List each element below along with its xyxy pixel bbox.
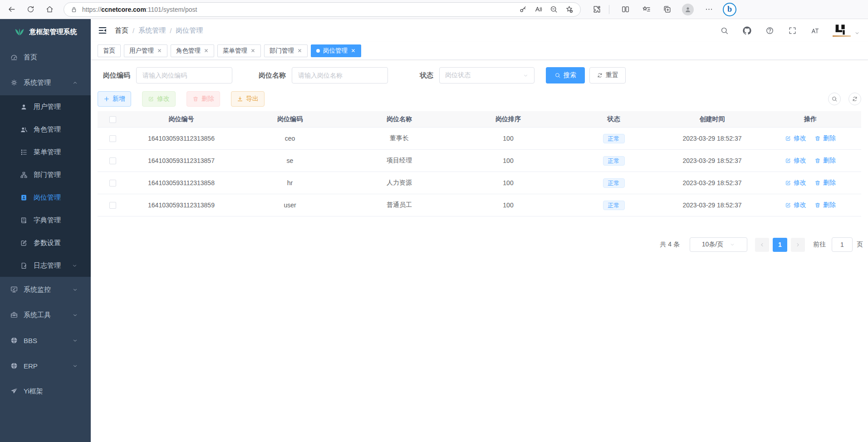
main-area: 首页 / 系统管理 / 岗位管理 bbox=[91, 19, 868, 442]
favorites-list-icon[interactable] bbox=[638, 2, 654, 17]
browser-home-button[interactable] bbox=[42, 2, 57, 17]
read-aloud-icon[interactable] bbox=[531, 2, 545, 17]
sidebar-item-logs[interactable]: 日志管理 bbox=[0, 254, 91, 277]
close-icon[interactable] bbox=[297, 48, 302, 53]
split-screen-icon[interactable] bbox=[618, 2, 633, 17]
sidebar-collapse-icon[interactable] bbox=[98, 25, 108, 35]
edit-link[interactable]: 修改 bbox=[785, 157, 806, 165]
sidebar-item-system[interactable]: 系统管理 bbox=[0, 70, 91, 95]
sidebar-item-dictionary[interactable]: 字典管理 bbox=[0, 209, 91, 231]
app-logo[interactable]: 意框架管理系统 bbox=[0, 19, 91, 44]
show-search-toggle-button[interactable] bbox=[828, 93, 841, 105]
toolbox-icon bbox=[10, 311, 18, 319]
previous-page-button[interactable] bbox=[755, 238, 769, 252]
tab-home[interactable]: 首页 bbox=[98, 44, 121, 57]
sidebar-item-erp[interactable]: ERP bbox=[0, 353, 91, 378]
sidebar-item-monitoring[interactable]: 系统监控 bbox=[0, 277, 91, 302]
column-header-post-sort: 岗位排序 bbox=[454, 115, 563, 123]
sidebar-item-departments[interactable]: 部门管理 bbox=[0, 163, 91, 186]
sidebar-item-home[interactable]: 首页 bbox=[0, 44, 91, 70]
status-select[interactable]: 岗位状态 bbox=[439, 67, 535, 83]
bing-chat-icon[interactable]: b bbox=[722, 2, 737, 17]
delete-link[interactable]: 删除 bbox=[814, 179, 836, 187]
row-checkbox[interactable] bbox=[109, 135, 116, 142]
address-bar[interactable]: https://ccnetcore.com:1101/system/post bbox=[64, 2, 581, 17]
sidebar-item-bbs[interactable]: BBS bbox=[0, 328, 91, 353]
fullscreen-icon[interactable] bbox=[785, 23, 800, 38]
goto-page-input[interactable] bbox=[832, 237, 853, 252]
zoom-out-icon[interactable] bbox=[547, 2, 560, 17]
password-key-icon[interactable] bbox=[516, 2, 530, 17]
add-favorite-star-icon[interactable] bbox=[562, 2, 576, 17]
tab-users[interactable]: 用户管理 bbox=[124, 44, 167, 57]
sidebar-item-roles[interactable]: 角色管理 bbox=[0, 118, 91, 141]
close-icon[interactable] bbox=[157, 48, 162, 53]
tab-posts-active[interactable]: 岗位管理 bbox=[311, 44, 361, 57]
browser-profile-avatar[interactable] bbox=[680, 2, 696, 17]
tab-menus[interactable]: 菜单管理 bbox=[217, 44, 261, 57]
github-icon[interactable] bbox=[739, 23, 755, 38]
delete-button-label: 删除 bbox=[201, 95, 214, 103]
system-submenu: 用户管理 角色管理 菜单管理 部门管理 岗位管理 字典管理 bbox=[0, 95, 91, 277]
browser-refresh-button[interactable] bbox=[23, 2, 38, 17]
user-avatar-menu[interactable] bbox=[833, 24, 860, 37]
sidebar-item-label: 系统监控 bbox=[24, 285, 51, 294]
close-icon[interactable] bbox=[250, 48, 255, 53]
select-all-checkbox[interactable] bbox=[109, 116, 116, 123]
edit-link[interactable]: 修改 bbox=[785, 134, 806, 142]
post-code-cell: ceo bbox=[235, 135, 345, 142]
breadcrumb-system[interactable]: 系统管理 bbox=[138, 26, 166, 35]
next-page-button[interactable] bbox=[791, 238, 805, 252]
current-page-button[interactable]: 1 bbox=[773, 238, 787, 252]
sidebar-item-posts[interactable]: 岗位管理 bbox=[0, 186, 91, 209]
site-security-lock-icon[interactable] bbox=[70, 6, 78, 13]
row-checkbox[interactable] bbox=[109, 202, 116, 209]
sidebar-item-users[interactable]: 用户管理 bbox=[0, 95, 91, 118]
search-button[interactable]: 搜索 bbox=[546, 67, 585, 83]
row-checkbox[interactable] bbox=[109, 180, 116, 187]
font-size-icon[interactable] bbox=[807, 23, 823, 38]
sidebar-item-label: ERP bbox=[24, 362, 38, 370]
sidebar-item-label: 部门管理 bbox=[34, 171, 61, 179]
reset-button[interactable]: 重置 bbox=[589, 67, 626, 83]
post-name-input[interactable] bbox=[292, 67, 388, 83]
refresh-table-button[interactable] bbox=[848, 93, 861, 105]
edit-link[interactable]: 修改 bbox=[785, 201, 806, 209]
edit-link[interactable]: 修改 bbox=[785, 179, 806, 187]
delete-link[interactable]: 删除 bbox=[814, 157, 836, 165]
sidebar-item-tools[interactable]: 系统工具 bbox=[0, 302, 91, 328]
toolbar-divider bbox=[609, 5, 609, 14]
sidebar: 意框架管理系统 首页 系统管理 用户管理 角色管理 菜单管理 bbox=[0, 19, 91, 442]
post-code-input[interactable] bbox=[136, 67, 232, 83]
browser-settings-dots-icon[interactable] bbox=[701, 2, 716, 17]
row-checkbox[interactable] bbox=[109, 157, 116, 164]
page-size-select[interactable]: 10条/页 bbox=[690, 237, 747, 252]
extensions-puzzle-icon[interactable] bbox=[589, 2, 604, 17]
close-icon[interactable] bbox=[204, 48, 209, 53]
collections-icon[interactable] bbox=[659, 2, 675, 17]
navbar-actions bbox=[716, 23, 860, 38]
add-button[interactable]: 新增 bbox=[98, 91, 131, 107]
delete-button-disabled[interactable]: 删除 bbox=[186, 91, 220, 107]
post-code-label: 岗位编码 bbox=[103, 71, 130, 80]
browser-chrome: https://ccnetcore.com:1101/system/post b bbox=[0, 0, 868, 19]
sidebar-item-yi-framework[interactable]: Yi框架 bbox=[0, 378, 91, 404]
close-icon[interactable] bbox=[351, 48, 356, 53]
edit-button-disabled[interactable]: 修改 bbox=[142, 91, 176, 107]
org-tree-icon bbox=[20, 171, 28, 179]
delete-link[interactable]: 删除 bbox=[814, 134, 836, 142]
browser-back-button[interactable] bbox=[4, 2, 19, 17]
tab-roles[interactable]: 角色管理 bbox=[171, 44, 214, 57]
sidebar-item-parameters[interactable]: 参数设置 bbox=[0, 231, 91, 254]
export-button[interactable]: 导出 bbox=[231, 91, 265, 107]
help-question-icon[interactable] bbox=[762, 23, 777, 38]
post-name-cell: 普通员工 bbox=[345, 201, 454, 209]
post-id-cell: 1641030593112313858 bbox=[128, 179, 235, 187]
header-search-icon[interactable] bbox=[716, 23, 732, 38]
delete-link[interactable]: 删除 bbox=[814, 201, 836, 209]
created-time-cell: 2023-03-29 18:52:37 bbox=[665, 179, 760, 187]
sidebar-item-menus[interactable]: 菜单管理 bbox=[0, 141, 91, 163]
table-row: 1641030593112313856 ceo 董事长 100 正常 2023-… bbox=[98, 128, 861, 150]
breadcrumb-home[interactable]: 首页 bbox=[115, 26, 128, 35]
tab-departments[interactable]: 部门管理 bbox=[264, 44, 308, 57]
